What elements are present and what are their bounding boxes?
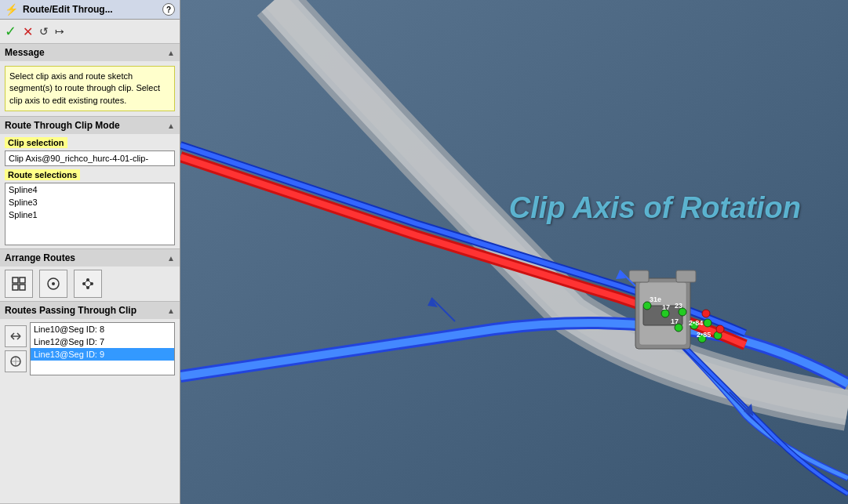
title-bar: ⚡ Route/Edit Throug... ? (0, 0, 180, 20)
route-title-icon: ⚡ (5, 3, 18, 16)
left-panel: ⚡ Route/Edit Throug... ? ✓ ✕ ↺ ↦ Message… (0, 0, 180, 504)
arrange-buttons-row (0, 267, 180, 301)
cancel-button[interactable]: ✕ (23, 24, 33, 39)
routes-passing-list: Line10@Seg ID: 8 Line12@Seg ID: 7 Line13… (30, 322, 175, 375)
list-item[interactable]: Line13@Seg ID: 9 (31, 348, 174, 361)
svg-point-5 (52, 282, 55, 285)
side-actions (5, 322, 27, 375)
confirm-button[interactable]: ✓ (5, 23, 16, 40)
list-item[interactable]: Spline4 (5, 183, 174, 196)
svg-rect-3 (20, 285, 25, 290)
routes-passing-section: Routes Passing Through Clip ▲ Line10@Seg… (0, 302, 180, 504)
svg-text:31e: 31e (650, 296, 661, 303)
list-item[interactable]: Spline3 (5, 196, 174, 208)
route-selections-list: Spline4 Spline3 Spline1 (5, 183, 175, 245)
pin-icon: ↦ (55, 25, 64, 38)
list-item[interactable]: Line12@Seg ID: 7 (31, 335, 174, 348)
svg-line-12 (88, 284, 92, 288)
svg-line-13 (84, 284, 88, 288)
routes-passing-header[interactable]: Routes Passing Through Clip ▲ (0, 302, 180, 319)
routes-passing-content: Line10@Seg ID: 8 Line12@Seg ID: 7 Line13… (0, 319, 180, 379)
main-viewport[interactable]: 31e 17 23 17 2•84 2•85 Clip Axis of Rota… (180, 0, 848, 504)
message-collapse-icon: ▲ (167, 49, 175, 57)
message-text: Select clip axis and route sketch segmen… (5, 66, 175, 111)
svg-text:2•84: 2•84 (689, 319, 703, 327)
svg-point-33 (702, 310, 710, 317)
svg-rect-1 (20, 277, 25, 283)
scene-svg: 31e 17 23 17 2•84 2•85 (180, 0, 848, 504)
undo-button[interactable]: ↺ (39, 25, 49, 38)
message-section-label: Message (5, 47, 45, 58)
routes-passing-collapse-icon: ▲ (167, 306, 175, 315)
route-selections-label: Route selections (5, 169, 80, 180)
arrange-circle-button[interactable] (39, 270, 67, 298)
message-section-header[interactable]: Message ▲ (0, 44, 180, 61)
routes-passing-label: Routes Passing Through Clip (5, 305, 136, 316)
cross-icon: ✕ (23, 24, 33, 39)
message-section: Message ▲ Select clip axis and route ske… (0, 44, 180, 117)
arrange-custom-button[interactable] (74, 270, 102, 298)
route-through-label: Route Through Clip Mode (5, 120, 120, 131)
route-through-content: Clip selection Route selections Spline4 … (0, 134, 180, 248)
clip-selection-label: Clip selection (5, 137, 67, 148)
action-route-btn-1[interactable] (5, 325, 27, 347)
undo-icon: ↺ (39, 25, 49, 38)
message-section-content: Select clip axis and route sketch segmen… (0, 61, 180, 116)
toolbar-row: ✓ ✕ ↺ ↦ (0, 20, 180, 44)
svg-rect-2 (13, 285, 18, 290)
panel-title: Route/Edit Throug... (23, 4, 158, 15)
route-through-header[interactable]: Route Through Clip Mode ▲ (0, 117, 180, 134)
list-item[interactable]: Spline1 (5, 208, 174, 221)
svg-line-10 (84, 280, 88, 284)
svg-line-11 (88, 280, 92, 284)
route-through-section: Route Through Clip Mode ▲ Clip selection… (0, 117, 180, 249)
list-item[interactable]: Line10@Seg ID: 8 (31, 323, 174, 335)
arrange-grid-button[interactable] (5, 270, 33, 298)
svg-point-30 (704, 319, 712, 327)
arrange-routes-header[interactable]: Arrange Routes ▲ (0, 249, 180, 267)
pin-button[interactable]: ↦ (55, 25, 64, 38)
svg-text:2•85: 2•85 (697, 331, 711, 339)
svg-text:17: 17 (671, 317, 679, 325)
help-button[interactable]: ? (162, 3, 175, 16)
arrange-routes-section: Arrange Routes ▲ (0, 249, 180, 302)
svg-text:23: 23 (675, 302, 682, 310)
svg-point-34 (716, 325, 724, 333)
clip-selection-input[interactable] (5, 150, 175, 166)
action-route-btn-2[interactable] (5, 350, 27, 372)
svg-rect-23 (629, 270, 649, 282)
svg-rect-24 (676, 270, 696, 282)
svg-text:17: 17 (662, 303, 670, 311)
check-icon: ✓ (5, 23, 16, 40)
svg-rect-0 (13, 277, 18, 283)
route-through-collapse-icon: ▲ (167, 121, 175, 130)
arrange-routes-label: Arrange Routes (5, 252, 75, 263)
arrange-collapse-icon: ▲ (167, 254, 175, 263)
